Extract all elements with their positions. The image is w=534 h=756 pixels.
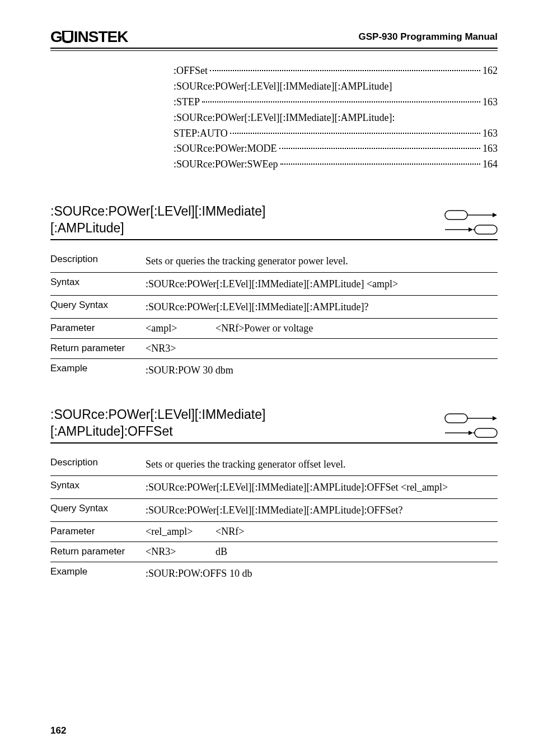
definition-label: Return parameter xyxy=(50,546,146,557)
parameter-name: <NR3> xyxy=(146,343,216,354)
toc-leader-dots xyxy=(202,101,480,102)
definition-label: Description xyxy=(50,457,146,468)
section-heading-row: :SOURce:POWer[:LEVel][:IMMediate][:AMPLi… xyxy=(50,407,498,440)
command-mode-icons xyxy=(444,413,498,440)
definition-label: Query Syntax xyxy=(50,503,146,514)
definition-value: :SOURce:POWer[:LEVel][:IMMediate][:AMPLi… xyxy=(146,480,498,494)
page-number: 162 xyxy=(50,725,66,736)
section-rule xyxy=(50,442,498,444)
section-title-line: [:AMPLitude] xyxy=(50,220,265,237)
toc-line: :SOURce:POWer[:LEVel][:IMMediate][:AMPLi… xyxy=(174,79,498,95)
toc-leader-dots xyxy=(230,133,480,134)
definition-value: :SOURce:POWer[:LEVel][:IMMediate][:AMPLi… xyxy=(146,300,498,314)
definition-label: Description xyxy=(50,254,146,265)
definition-row: Parameter<rel_ampl><NRf> xyxy=(50,522,498,542)
section-title-line: [:AMPLitude]:OFFSet xyxy=(50,423,265,440)
parameter-value: <NRf> xyxy=(216,526,498,538)
table-of-contents: :OFFSet 162:SOURce:POWer[:LEVel][:IMMedi… xyxy=(174,63,498,172)
definition-label: Example xyxy=(50,566,146,577)
command-mode-icons xyxy=(444,209,498,237)
brand-logo: GINSTEK xyxy=(50,28,128,46)
toc-line: :OFFSet 162 xyxy=(174,63,498,79)
definition-value: :SOUR:POW 30 dbm xyxy=(146,363,498,377)
logo-text: INSTEK xyxy=(74,28,128,45)
definition-label: Parameter xyxy=(50,323,146,334)
definition-value: Sets or queries the tracking generator o… xyxy=(146,457,498,472)
toc-leader-dots xyxy=(280,164,480,165)
set-icon xyxy=(444,413,498,424)
svg-marker-2 xyxy=(493,213,497,217)
definition-row: DescriptionSets or queries the tracking … xyxy=(50,453,498,475)
definition-label: Return parameter xyxy=(50,343,146,354)
definition-row: Syntax:SOURce:POWer[:LEVel][:IMMediate][… xyxy=(50,273,498,295)
definition-label: Example xyxy=(50,363,146,374)
toc-page-number: 162 xyxy=(483,63,498,79)
toc-line: :STEP 163 xyxy=(174,95,498,110)
svg-rect-11 xyxy=(475,428,497,437)
query-icon xyxy=(444,224,498,235)
definition-row: Return parameter<NR3>dB xyxy=(50,542,498,562)
page-title: GSP-930 Programming Manual xyxy=(359,31,498,43)
section-heading-row: :SOURce:POWer[:LEVel][:IMMediate][:AMPLi… xyxy=(50,203,498,237)
command-section: :SOURce:POWer[:LEVel][:IMMediate][:AMPLi… xyxy=(50,203,498,381)
definition-row: Query Syntax:SOURce:POWer[:LEVel][:IMMed… xyxy=(50,499,498,521)
toc-line: :SOURce:POWer[:LEVel][:IMMediate][:AMPLi… xyxy=(174,110,498,126)
parameter-value: dB xyxy=(216,546,498,558)
definition-value: :SOUR:POW:OFFS 10 db xyxy=(146,566,498,581)
svg-marker-8 xyxy=(493,416,497,421)
toc-text: :OFFSet xyxy=(174,63,208,79)
definition-value: :SOURce:POWer[:LEVel][:IMMediate][:AMPLi… xyxy=(146,503,498,517)
toc-text: :SOURce:POWer:SWEep xyxy=(174,157,278,172)
parameter-name: <ampl> xyxy=(146,323,216,334)
logo-u-icon xyxy=(62,28,74,46)
svg-marker-4 xyxy=(469,227,473,232)
definition-label: Syntax xyxy=(50,480,146,491)
section-title-line: :SOURce:POWer[:LEVel][:IMMediate] xyxy=(50,203,265,220)
definition-row: Return parameter<NR3> xyxy=(50,339,498,358)
definition-label: Syntax xyxy=(50,277,146,288)
definition-row: Parameter<ampl><NRf>Power or voltage xyxy=(50,319,498,338)
toc-line: STEP:AUTO 163 xyxy=(174,126,498,142)
svg-rect-0 xyxy=(445,211,467,220)
toc-page-number: 163 xyxy=(483,141,498,157)
query-icon xyxy=(444,427,498,438)
toc-line: :SOURce:POWer:MODE 163 xyxy=(174,141,498,157)
page-header: GINSTEK GSP-930 Programming Manual xyxy=(50,28,498,46)
header-rule xyxy=(50,48,498,51)
svg-rect-6 xyxy=(445,414,467,423)
section-title: :SOURce:POWer[:LEVel][:IMMediate][:AMPLi… xyxy=(50,203,265,237)
definition-label: Query Syntax xyxy=(50,300,146,311)
definition-value: Sets or queries the tracking generator p… xyxy=(146,254,498,268)
toc-page-number: 164 xyxy=(483,157,498,172)
toc-text: :STEP xyxy=(174,95,200,110)
section-title: :SOURce:POWer[:LEVel][:IMMediate][:AMPLi… xyxy=(50,407,265,440)
command-section: :SOURce:POWer[:LEVel][:IMMediate][:AMPLi… xyxy=(50,407,498,585)
parameter-name: <NR3> xyxy=(146,546,216,558)
parameter-value: <NRf>Power or voltage xyxy=(216,323,498,334)
toc-line: :SOURce:POWer:SWEep 164 xyxy=(174,157,498,172)
toc-text: STEP:AUTO xyxy=(174,126,228,142)
toc-leader-dots xyxy=(210,70,480,71)
toc-text: :SOURce:POWer[:LEVel][:IMMediate][:AMPLi… xyxy=(174,110,395,126)
definition-row: DescriptionSets or queries the tracking … xyxy=(50,250,498,272)
toc-page-number: 163 xyxy=(483,126,498,142)
definition-row: Syntax:SOURce:POWer[:LEVel][:IMMediate][… xyxy=(50,476,498,498)
section-rule xyxy=(50,239,498,240)
definition-row: Example:SOUR:POW:OFFS 10 db xyxy=(50,562,498,585)
section-title-line: :SOURce:POWer[:LEVel][:IMMediate] xyxy=(50,407,265,423)
parameter-name: <rel_ampl> xyxy=(146,526,216,538)
definition-label: Parameter xyxy=(50,526,146,537)
definition-row: Example:SOUR:POW 30 dbm xyxy=(50,359,498,381)
svg-rect-5 xyxy=(475,225,497,234)
definition-row: Query Syntax:SOURce:POWer[:LEVel][:IMMed… xyxy=(50,296,498,318)
toc-leader-dots xyxy=(279,148,480,149)
toc-text: :SOURce:POWer:MODE xyxy=(174,141,277,157)
svg-marker-10 xyxy=(469,431,473,435)
definition-value: :SOURce:POWer[:LEVel][:IMMediate][:AMPLi… xyxy=(146,277,498,291)
logo-g: G xyxy=(50,28,62,45)
toc-text: :SOURce:POWer[:LEVel][:IMMediate][:AMPLi… xyxy=(174,79,392,95)
toc-page-number: 163 xyxy=(483,95,498,110)
set-icon xyxy=(444,209,498,221)
